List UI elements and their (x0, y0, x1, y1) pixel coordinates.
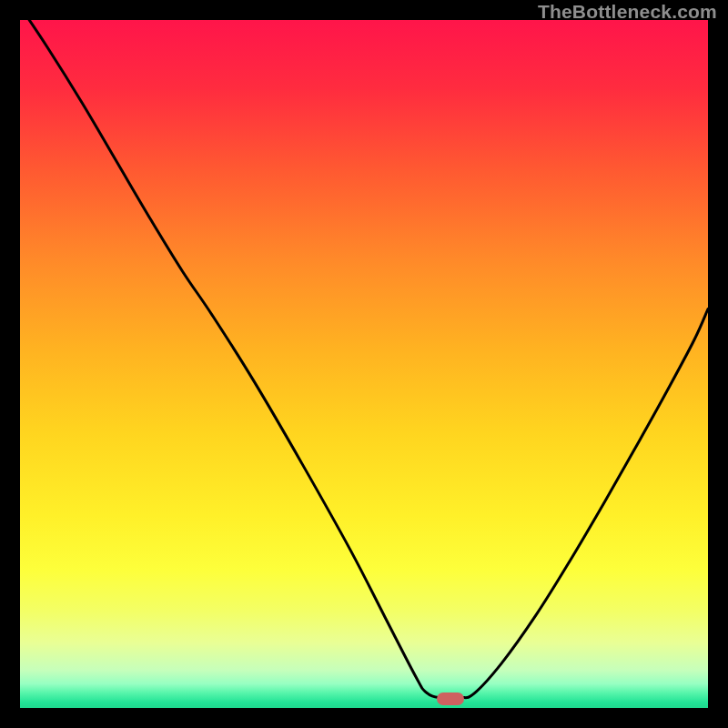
bottleneck-curve (20, 20, 708, 708)
optimum-marker (437, 693, 464, 705)
chart-frame: TheBottleneck.com (0, 0, 728, 728)
plot-area (20, 20, 708, 708)
watermark-text: TheBottleneck.com (538, 1, 717, 23)
